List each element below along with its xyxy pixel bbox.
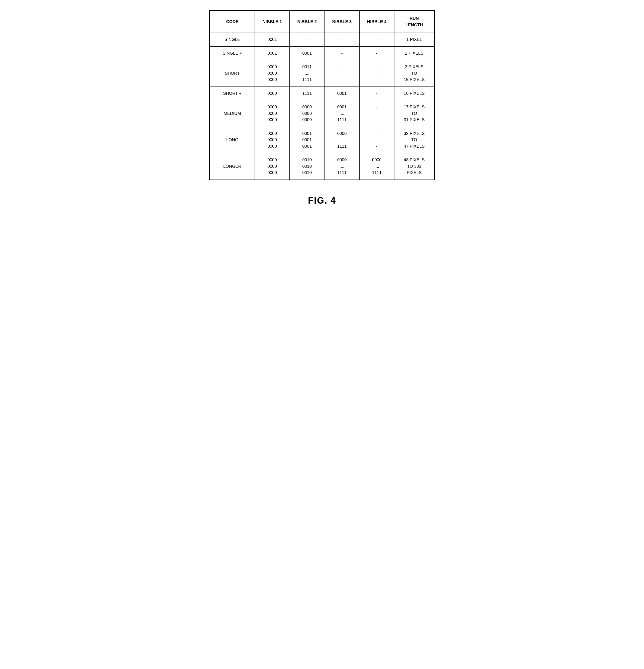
header-nibble4: NIBBLE 4 — [359, 11, 394, 33]
header-nibble2: NIBBLE 2 — [290, 11, 324, 33]
cell-run_length: 17 PIXELS TO 31 PIXELS — [394, 100, 434, 127]
table-row: MEDIUM0000 0000 00000000 0000 00000001 .… — [210, 100, 434, 127]
cell-code: SHORT + — [210, 86, 255, 100]
header-run-length: RUN LENGTH — [394, 11, 434, 33]
cell-nibble1: 0000 0000 0000 — [255, 60, 290, 87]
table-row: LONG0000 0000 00000001 0001 00010000 ...… — [210, 127, 434, 153]
cell-nibble1: 0000 — [255, 86, 290, 100]
cell-nibble4: - - — [359, 127, 394, 153]
cell-nibble3: - — [324, 33, 359, 47]
cell-nibble4: 0000 .... 1111 — [359, 153, 394, 180]
cell-code: MEDIUM — [210, 100, 255, 127]
header-row: CODE NIBBLE 1 NIBBLE 2 NIBBLE 3 NIBBLE 4… — [210, 11, 434, 33]
cell-nibble1: 0001 — [255, 46, 290, 60]
cell-code: SINGLE — [210, 33, 255, 47]
cell-run_length: 48 PIXELS TO 303 PIXELS — [394, 153, 434, 180]
cell-nibble3: 0001 — [324, 86, 359, 100]
cell-nibble4: - - — [359, 100, 394, 127]
page-container: CODE NIBBLE 1 NIBBLE 2 NIBBLE 3 NIBBLE 4… — [209, 10, 435, 206]
cell-run_length: 1 PIXEL — [394, 33, 434, 47]
cell-nibble3: - - — [324, 60, 359, 87]
header-nibble1: NIBBLE 1 — [255, 11, 290, 33]
table-row: SHORT +000011110001-16 PIXELS — [210, 86, 434, 100]
cell-nibble3: 0000 .... 1111 — [324, 127, 359, 153]
cell-nibble4: - — [359, 46, 394, 60]
cell-run_length: 16 PIXELS — [394, 86, 434, 100]
cell-nibble3: - — [324, 46, 359, 60]
cell-code: SHORT — [210, 60, 255, 87]
header-nibble3: NIBBLE 3 — [324, 11, 359, 33]
cell-nibble1: 0000 0000 0000 — [255, 127, 290, 153]
cell-nibble2: - — [290, 33, 324, 47]
cell-nibble4: - — [359, 33, 394, 47]
cell-nibble4: - — [359, 86, 394, 100]
cell-nibble2: 1111 — [290, 86, 324, 100]
cell-nibble2: 0011 .... 1111 — [290, 60, 324, 87]
cell-nibble1: 0000 0000 0000 — [255, 100, 290, 127]
cell-run_length: 32 PIXELS TO 47 PIXELS — [394, 127, 434, 153]
cell-nibble3: 0000 .... 1111 — [324, 153, 359, 180]
table-row: SHORT0000 0000 00000011 .... 1111- -- -3… — [210, 60, 434, 87]
cell-nibble2: 0010 0010 0010 — [290, 153, 324, 180]
cell-nibble1: 0000 0000 0000 — [255, 153, 290, 180]
figure-label: FIG. 4 — [308, 195, 336, 206]
cell-nibble4: - - — [359, 60, 394, 87]
cell-nibble2: 0000 0000 0000 — [290, 100, 324, 127]
table-row: LONGER0000 0000 00000010 0010 00100000 .… — [210, 153, 434, 180]
cell-code: SINGLE + — [210, 46, 255, 60]
data-table: CODE NIBBLE 1 NIBBLE 2 NIBBLE 3 NIBBLE 4… — [210, 11, 434, 180]
header-code: CODE — [210, 11, 255, 33]
cell-nibble3: 0001 .... 1111 — [324, 100, 359, 127]
cell-code: LONG — [210, 127, 255, 153]
cell-run_length: 2 PIXELS — [394, 46, 434, 60]
cell-run_length: 3 PIXELS TO 15 PIXELS — [394, 60, 434, 87]
cell-nibble2: 0001 0001 0001 — [290, 127, 324, 153]
table-row: SINGLE0001---1 PIXEL — [210, 33, 434, 47]
cell-nibble2: 0001 — [290, 46, 324, 60]
table-row: SINGLE +00010001--2 PIXELS — [210, 46, 434, 60]
table-wrapper: CODE NIBBLE 1 NIBBLE 2 NIBBLE 3 NIBBLE 4… — [209, 10, 435, 180]
cell-nibble1: 0001 — [255, 33, 290, 47]
cell-code: LONGER — [210, 153, 255, 180]
